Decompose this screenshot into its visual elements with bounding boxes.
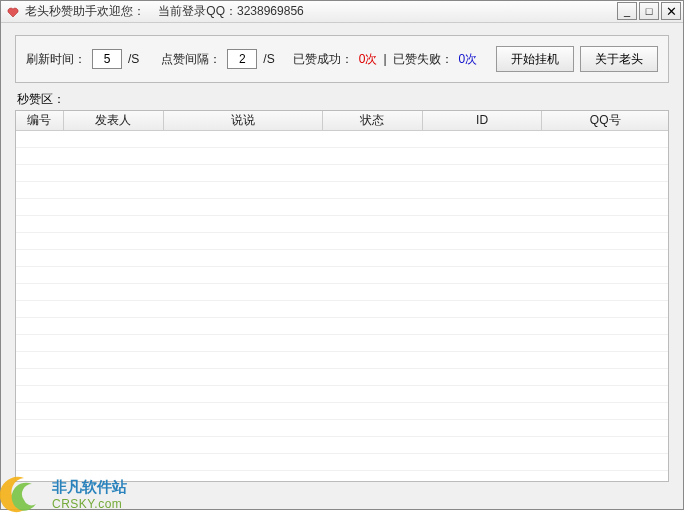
column-header[interactable]: QQ号 <box>542 111 668 130</box>
table-row <box>16 437 668 454</box>
app-window: 老头秒赞助手欢迎您： 当前登录QQ：3238969856 _ □ ✕ 刷新时间：… <box>0 0 684 510</box>
refresh-unit: /S <box>128 52 139 66</box>
list-frame: 编号发表人说说状态IDQQ号 <box>15 110 669 482</box>
table-row <box>16 369 668 386</box>
section-label: 秒赞区： <box>15 91 669 108</box>
list-header: 编号发表人说说状态IDQQ号 <box>16 111 668 131</box>
table-row <box>16 420 668 437</box>
table-row <box>16 131 668 148</box>
table-row <box>16 182 668 199</box>
fail-label: 已赞失败： <box>393 51 453 68</box>
titlebar-text: 老头秒赞助手欢迎您： 当前登录QQ：3238969856 <box>25 3 304 20</box>
refresh-label: 刷新时间： <box>26 51 86 68</box>
table-row <box>16 284 668 301</box>
minimize-button[interactable]: _ <box>617 2 637 20</box>
interval-label: 点赞间隔： <box>161 51 221 68</box>
column-header[interactable]: 编号 <box>16 111 64 130</box>
content-area: 刷新时间： /S 点赞间隔： /S 已赞成功： 0次 | 已赞失败： 0次 开始… <box>1 23 683 490</box>
window-controls: _ □ ✕ <box>617 2 681 20</box>
success-label: 已赞成功： <box>293 51 353 68</box>
app-icon <box>5 4 21 20</box>
interval-input[interactable] <box>227 49 257 69</box>
table-row <box>16 267 668 284</box>
table-row <box>16 386 668 403</box>
close-button[interactable]: ✕ <box>661 2 681 20</box>
titlebar: 老头秒赞助手欢迎您： 当前登录QQ：3238969856 _ □ ✕ <box>1 1 683 23</box>
table-row <box>16 454 668 471</box>
table-row <box>16 165 668 182</box>
table-row <box>16 335 668 352</box>
table-row <box>16 216 668 233</box>
table-row <box>16 199 668 216</box>
column-header[interactable]: ID <box>423 111 543 130</box>
table-row <box>16 318 668 335</box>
start-button[interactable]: 开始挂机 <box>496 46 574 72</box>
column-header[interactable]: 状态 <box>323 111 423 130</box>
toolbar: 刷新时间： /S 点赞间隔： /S 已赞成功： 0次 | 已赞失败： 0次 开始… <box>15 35 669 83</box>
table-row <box>16 352 668 369</box>
maximize-button[interactable]: □ <box>639 2 659 20</box>
refresh-input[interactable] <box>92 49 122 69</box>
table-row <box>16 148 668 165</box>
table-row <box>16 403 668 420</box>
fail-count: 0次 <box>459 51 478 68</box>
table-row <box>16 301 668 318</box>
stat-divider: | <box>383 52 386 66</box>
table-row <box>16 250 668 267</box>
table-row <box>16 233 668 250</box>
column-header[interactable]: 发表人 <box>64 111 164 130</box>
success-count: 0次 <box>359 51 378 68</box>
column-header[interactable]: 说说 <box>164 111 324 130</box>
about-button[interactable]: 关于老头 <box>580 46 658 72</box>
interval-unit: /S <box>263 52 274 66</box>
list-body[interactable] <box>16 131 668 481</box>
